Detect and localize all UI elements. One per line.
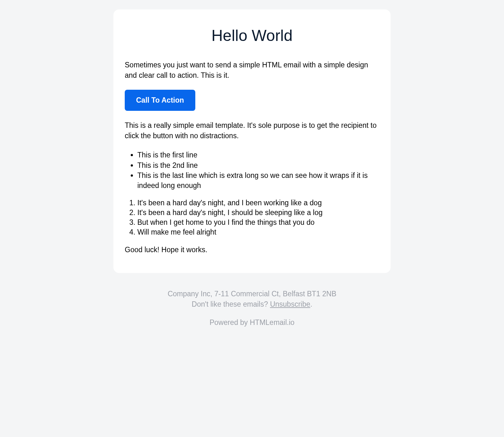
footer-address: Company Inc, 7-11 Commercial Ct, Belfast… [113, 289, 391, 299]
numbered-list: It's been a hard day's night, and I been… [125, 198, 379, 237]
email-footer: Company Inc, 7-11 Commercial Ct, Belfast… [113, 289, 391, 327]
bullet-list: This is the first line This is the 2nd l… [125, 150, 379, 190]
footer-unsubscribe-line: Don't like these emails? Unsubscribe. [113, 299, 391, 309]
list-item: This is the last line which is extra lon… [137, 170, 379, 190]
list-item: It's been a hard day's night, and I been… [137, 198, 379, 208]
email-title: Hello World [125, 26, 379, 45]
intro-paragraph: Sometimes you just want to send a simple… [125, 60, 379, 81]
unsubscribe-suffix: . [310, 300, 312, 308]
unsubscribe-prompt: Don't like these emails? [192, 300, 270, 308]
closing-paragraph: Good luck! Hope it works. [125, 245, 379, 255]
email-card: Hello World Sometimes you just want to s… [113, 9, 391, 273]
powered-by-text: Powered by HTMLemail.io [209, 318, 295, 326]
description-paragraph: This is a really simple email template. … [125, 120, 379, 141]
list-item: Will make me feel alright [137, 227, 379, 237]
list-item: But when I get home to you I find the th… [137, 218, 379, 227]
list-item: It's been a hard day's night, I should b… [137, 208, 379, 218]
list-item: This is the first line [137, 150, 379, 160]
unsubscribe-link[interactable]: Unsubscribe [270, 300, 310, 308]
powered-by: Powered by HTMLemail.io [113, 318, 391, 327]
cta-button[interactable]: Call To Action [125, 90, 195, 111]
list-item: This is the 2nd line [137, 160, 379, 170]
email-container: Hello World Sometimes you just want to s… [113, 9, 391, 327]
